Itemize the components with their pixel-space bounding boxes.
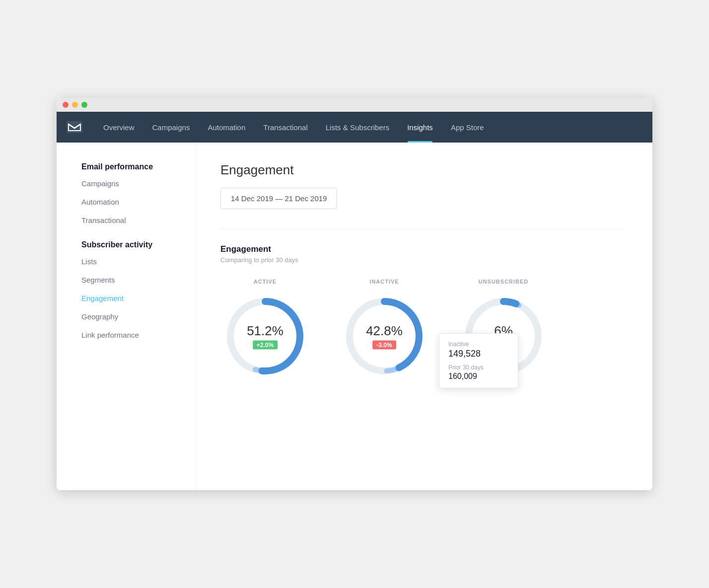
app-window: Overview Campaigns Automation Transactio… (57, 98, 652, 490)
nav-items: Overview Campaigns Automation Transactio… (94, 112, 493, 143)
charts-row: ACTIVE 51.2% +2.0% (220, 279, 623, 381)
engagement-section-sub: Comparing to prior 30 days (220, 256, 623, 264)
sidebar-item-campaigns[interactable]: Campaigns (81, 179, 175, 188)
sidebar-item-link-performance[interactable]: Link performance (81, 331, 175, 339)
date-range-picker[interactable]: 14 Dec 2019 — 21 Dec 2019 (220, 188, 337, 209)
sidebar-item-segments[interactable]: Segments (81, 276, 175, 284)
titlebar (57, 98, 652, 112)
chart-inactive-pct: 42.8% (366, 323, 403, 339)
tooltip-value: 149,528 (448, 349, 509, 359)
maximize-button[interactable] (81, 102, 87, 108)
sidebar-item-automation[interactable]: Automation (81, 198, 175, 206)
close-button[interactable] (63, 102, 69, 108)
main-nav: Overview Campaigns Automation Transactio… (57, 112, 652, 143)
engagement-section-title: Engagement (220, 244, 623, 254)
divider (220, 229, 623, 229)
sidebar-section-email-performance: Email performance (81, 162, 175, 171)
chart-active: ACTIVE 51.2% +2.0% (220, 279, 310, 381)
chart-active-pct: 51.2% (247, 323, 284, 339)
sidebar: Email performance Campaigns Automation T… (57, 143, 196, 490)
sidebar-item-engagement[interactable]: Engagement (81, 294, 175, 302)
logo[interactable] (67, 121, 82, 133)
nav-item-insights[interactable]: Insights (398, 112, 442, 143)
tooltip-prior-value: 160,009 (448, 372, 509, 381)
chart-active-center: 51.2% +2.0% (247, 323, 284, 350)
page-title: Engagement (220, 162, 623, 178)
chart-unsubscribed-label: UNSUBSCRIBED (479, 279, 529, 285)
chart-inactive: INACTIVE 42.8% -3.0% (340, 279, 429, 381)
nav-item-automation[interactable]: Automation (199, 112, 254, 143)
minimize-button[interactable] (72, 102, 78, 108)
tooltip-label: Inactive (448, 341, 509, 348)
sidebar-item-geography[interactable]: Geography (81, 312, 175, 321)
chart-inactive-badge: -3.0% (372, 341, 396, 350)
chart-active-donut: 51.2% +2.0% (220, 292, 310, 381)
tooltip: Inactive 149,528 Prior 30 days 160,009 (439, 333, 518, 388)
chart-inactive-center: 42.8% -3.0% (366, 323, 403, 350)
sidebar-item-transactional[interactable]: Transactional (81, 216, 175, 224)
main-layout: Email performance Campaigns Automation T… (57, 143, 652, 490)
nav-item-lists-subscribers[interactable]: Lists & Subscribers (317, 112, 398, 143)
nav-item-overview[interactable]: Overview (94, 112, 143, 143)
tooltip-prior-label: Prior 30 days (448, 364, 509, 371)
chart-active-badge: +2.0% (253, 341, 278, 350)
sidebar-section-subscriber-activity: Subscriber activity (81, 240, 175, 249)
chart-active-label: ACTIVE (254, 279, 277, 285)
content-area: Engagement 14 Dec 2019 — 21 Dec 2019 Eng… (196, 143, 652, 490)
chart-inactive-donut: 42.8% -3.0% (340, 292, 429, 381)
chart-inactive-label: INACTIVE (369, 279, 399, 285)
nav-item-transactional[interactable]: Transactional (254, 112, 317, 143)
nav-item-app-store[interactable]: App Store (442, 112, 493, 143)
nav-item-campaigns[interactable]: Campaigns (143, 112, 199, 143)
sidebar-item-lists[interactable]: Lists (81, 257, 175, 266)
